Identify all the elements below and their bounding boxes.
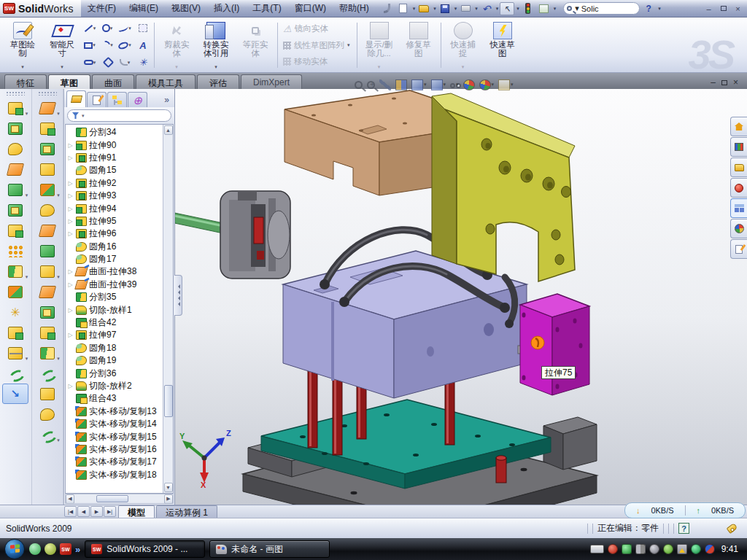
active-tool-button[interactable] xyxy=(2,384,28,404)
green-shield-icon[interactable] xyxy=(622,544,632,554)
tree-item[interactable]: 圆角17 xyxy=(66,253,163,265)
model-part-clamp-cylinder[interactable] xyxy=(175,191,290,279)
feature-tool-button[interactable] xyxy=(2,322,28,343)
propertymanager-tab[interactable] xyxy=(87,92,107,107)
start-button[interactable] xyxy=(4,539,25,559)
tab-scroll-prev-icon[interactable]: ◀ xyxy=(77,506,90,517)
offset-entities-button[interactable]: 等距实 体 xyxy=(236,20,275,71)
solidworks-search-tab[interactable] xyxy=(730,178,747,198)
options-icon[interactable] xyxy=(537,2,551,15)
messenger-quicklaunch-icon[interactable] xyxy=(29,543,41,555)
point-tool-icon[interactable]: ✳ xyxy=(134,58,152,66)
panel-collapse-handle[interactable] xyxy=(174,275,182,316)
feature-tool-button[interactable] xyxy=(34,220,61,241)
feature-tool-button[interactable] xyxy=(34,322,61,343)
status-help-icon[interactable]: ? xyxy=(678,523,689,534)
rebuild-icon[interactable] xyxy=(521,2,535,15)
model-tab[interactable]: 模型 xyxy=(118,505,155,518)
feature-tool-button[interactable]: ▾ xyxy=(34,424,61,445)
toolbar-drag-handle[interactable] xyxy=(38,91,57,96)
tree-expand-arrow-icon[interactable]: ▷ xyxy=(67,307,74,314)
tree-expand-arrow-icon[interactable]: ▷ xyxy=(67,268,74,275)
feature-tool-button[interactable] xyxy=(2,200,28,220)
repair-sketch-button[interactable]: 修复草 图 xyxy=(399,20,438,71)
tree-item[interactable]: 实体-移动/复制13 xyxy=(66,405,163,418)
move-entities-button[interactable]: 移动实体 xyxy=(280,55,355,69)
ellipse-tool-icon[interactable]: ▾ xyxy=(117,42,134,49)
print-icon[interactable] xyxy=(458,2,473,15)
menu-view[interactable]: 视图(V) xyxy=(165,1,207,16)
taskbar-button-paint[interactable]: 未命名 - 画图 xyxy=(209,540,330,558)
close-button[interactable]: × xyxy=(732,3,744,14)
scroll-up-icon[interactable]: ▲ xyxy=(164,125,173,135)
configurationmanager-tab[interactable] xyxy=(107,92,127,107)
rectangle-tool-icon[interactable]: ▾ xyxy=(82,42,99,49)
panel-overflow-chevron[interactable]: » xyxy=(164,95,173,107)
tree-expand-arrow-icon[interactable]: ▷ xyxy=(67,332,74,338)
view-settings-button[interactable]: ▾ xyxy=(497,79,515,91)
select-arrow-icon[interactable]: ↖ xyxy=(500,2,514,15)
convert-entities-button[interactable]: 转换实 体引用▾ xyxy=(196,20,236,71)
doc-close-button[interactable]: × xyxy=(733,79,738,86)
menu-window[interactable]: 窗口(W) xyxy=(288,1,333,16)
feature-tool-button[interactable]: ▾ xyxy=(2,343,28,363)
rapid-sketch-button[interactable]: 快速草 图 xyxy=(483,20,522,71)
tree-item[interactable]: 组合42 xyxy=(66,316,163,329)
quick-snaps-button[interactable]: 快速捕 捉▾ xyxy=(444,20,483,71)
network-warning-icon[interactable] xyxy=(677,544,687,554)
feature-tool-button[interactable] xyxy=(34,139,61,159)
feature-tool-button[interactable] xyxy=(2,118,28,139)
graphics-viewport[interactable]: 拉伸75 Y Z X xyxy=(175,89,747,505)
tree-item[interactable]: ▷拉伸96 xyxy=(66,228,163,240)
tree-item[interactable]: 实体-移动/复制15 xyxy=(66,430,163,443)
sync-icon[interactable] xyxy=(663,544,673,554)
model-part-cavity-block[interactable] xyxy=(283,251,540,398)
tree-item[interactable]: 组合43 xyxy=(66,392,163,405)
tree-expand-arrow-icon[interactable]: ▷ xyxy=(67,206,74,212)
tree-expand-arrow-icon[interactable]: ▷ xyxy=(67,281,74,288)
feature-tool-button[interactable]: ▾ xyxy=(34,179,61,200)
dimxpertmanager-tab[interactable]: ⊕ xyxy=(128,92,147,107)
slot-tool-icon[interactable]: ▾ xyxy=(82,60,99,66)
tab-scroll-first-icon[interactable]: |◀ xyxy=(64,506,77,517)
feature-tool-button[interactable] xyxy=(2,220,28,241)
view-orientation-button[interactable]: ▾ xyxy=(410,79,428,91)
tree-expand-arrow-icon[interactable]: ▷ xyxy=(67,180,74,187)
feature-tool-button[interactable]: ▾ xyxy=(2,179,28,200)
arc-tool-icon[interactable]: ▾ xyxy=(99,41,117,50)
tab-sketch[interactable]: 草图 xyxy=(48,74,90,89)
feature-tool-button[interactable]: ▾ xyxy=(2,98,28,118)
pin-icon[interactable] xyxy=(380,2,395,15)
tree-item[interactable]: 圆角18 xyxy=(66,342,163,354)
feature-tool-button[interactable]: ▾ xyxy=(34,261,61,281)
tree-expand-arrow-icon[interactable]: ▷ xyxy=(67,230,74,237)
tree-item[interactable]: 实体-移动/复制16 xyxy=(66,443,163,456)
model-part-slide-block[interactable] xyxy=(520,294,589,395)
scroll-left-icon[interactable]: ◀ xyxy=(66,494,74,504)
hscroll-thumb[interactable] xyxy=(96,495,128,502)
menu-edit[interactable]: 编辑(E) xyxy=(123,1,165,16)
smart-dimension-button[interactable]: 智能尺 寸▾ xyxy=(42,20,82,71)
tree-item[interactable]: 分割34 xyxy=(66,126,163,139)
keyboard-icon[interactable] xyxy=(590,545,604,553)
scroll-thumb[interactable] xyxy=(164,385,173,417)
antivirus-icon[interactable] xyxy=(608,544,618,554)
tab-scroll-next-icon[interactable]: ▶ xyxy=(90,506,103,517)
tree-item[interactable]: ▷拉伸93 xyxy=(66,190,163,202)
feature-tool-button[interactable] xyxy=(2,241,28,261)
display-style-button[interactable]: ▾ xyxy=(430,79,448,91)
scroll-down-icon[interactable]: ▼ xyxy=(164,483,173,492)
help-icon[interactable]: ? xyxy=(641,2,656,15)
line-tool-icon[interactable]: ▾ xyxy=(82,26,99,31)
sketch-button[interactable]: 草图绘 制▾ xyxy=(3,20,42,71)
menu-help[interactable]: 帮助(H) xyxy=(333,1,376,16)
tree-expand-arrow-icon[interactable]: ▷ xyxy=(67,142,74,149)
tree-vertical-scrollbar[interactable]: ▲ ▼ xyxy=(163,125,173,493)
appearances-scenes-tab[interactable] xyxy=(730,219,747,238)
security-plus-icon[interactable] xyxy=(691,544,701,554)
feature-tool-button[interactable] xyxy=(34,200,61,220)
tree-item[interactable]: 圆角16 xyxy=(66,241,163,253)
security-quicklaunch-icon[interactable] xyxy=(44,543,56,555)
scroll-right-icon[interactable]: ▶ xyxy=(164,494,173,504)
taskbar-button-solidworks[interactable]: SW SolidWorks 2009 - ... xyxy=(85,540,205,558)
